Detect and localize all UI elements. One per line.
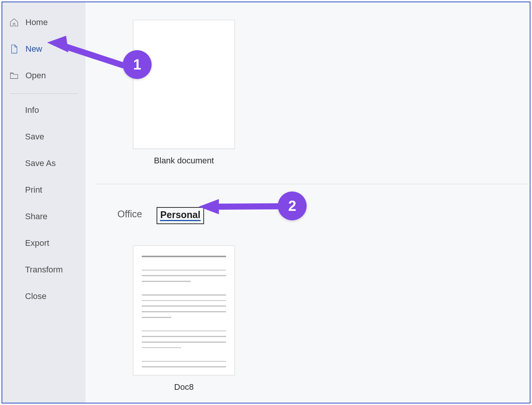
doc8-label: Doc8: [174, 382, 193, 392]
sidebar-divider: [10, 93, 78, 94]
document-icon: [9, 44, 19, 54]
tab-office[interactable]: Office: [117, 209, 142, 223]
annotation-callout-1: 1: [123, 50, 152, 79]
blank-document-label: Blank document: [154, 156, 214, 166]
sidebar-item-label: Save As: [25, 158, 56, 168]
sidebar-item-label: Save: [25, 132, 44, 142]
sidebar-item-info[interactable]: Info: [2, 97, 86, 123]
sidebar-item-open[interactable]: Open: [2, 62, 86, 89]
sidebar-item-close[interactable]: Close: [2, 283, 86, 310]
blank-document-thumbnail[interactable]: [133, 20, 235, 149]
sidebar-item-print[interactable]: Print: [2, 177, 86, 203]
annotation-callout-2: 2: [278, 191, 307, 220]
template-card-blank: Blank document: [133, 20, 235, 166]
sidebar-item-label: New: [25, 44, 42, 54]
templates-section-divider: [97, 184, 532, 184]
template-source-tabs: Office Personal: [117, 207, 530, 224]
doc8-thumbnail[interactable]: [133, 245, 235, 375]
tab-personal[interactable]: Personal: [157, 207, 204, 224]
sidebar-item-label: Export: [25, 238, 49, 248]
sidebar-item-new[interactable]: New: [2, 36, 86, 62]
sidebar-item-export[interactable]: Export: [2, 230, 86, 256]
sidebar-item-share[interactable]: Share: [2, 203, 86, 230]
sidebar-item-label: Print: [25, 185, 42, 195]
sidebar-item-label: Transform: [25, 265, 63, 275]
folder-open-icon: [9, 71, 19, 81]
sidebar-item-label: Home: [25, 17, 48, 27]
tab-label: Personal: [160, 209, 201, 220]
sidebar-item-save[interactable]: Save: [2, 123, 86, 150]
new-page-main: Blank document Office Personal: [86, 2, 530, 403]
sidebar-item-transform[interactable]: Transform: [2, 256, 86, 283]
tab-active-indicator: [160, 220, 201, 221]
sidebar-item-label: Close: [25, 291, 46, 301]
annotation-number: 1: [133, 57, 141, 73]
backstage-view: Home New Open Info Save: [2, 2, 530, 403]
annotation-number: 2: [288, 198, 296, 214]
sidebar-secondary-nav: Info Save Save As Print Share Export Tra…: [2, 97, 86, 310]
sidebar-item-label: Open: [25, 71, 46, 81]
template-card-doc8: Doc8: [133, 245, 235, 392]
sidebar-primary-nav: Home New Open: [2, 9, 86, 89]
sidebar-item-home[interactable]: Home: [2, 9, 86, 36]
sidebar-item-label: Info: [25, 105, 39, 115]
sidebar-item-save-as[interactable]: Save As: [2, 150, 86, 177]
sidebar-item-label: Share: [25, 212, 48, 221]
home-icon: [9, 17, 19, 27]
sidebar: Home New Open Info Save: [2, 2, 86, 403]
tab-label: Office: [117, 209, 142, 219]
